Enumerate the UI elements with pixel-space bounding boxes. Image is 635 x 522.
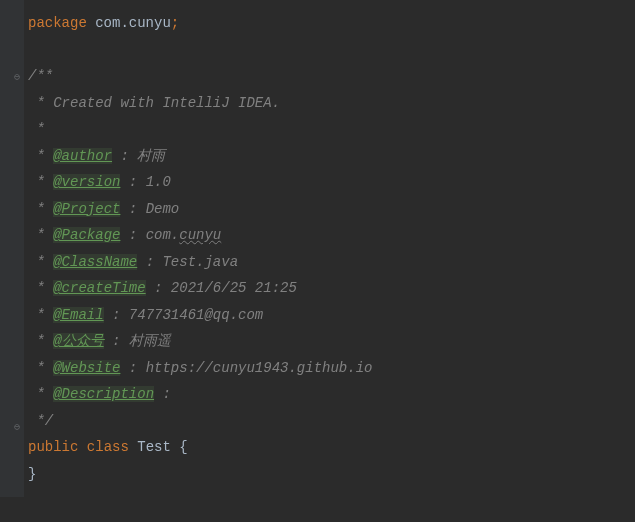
javadoc-tag-author: @author — [53, 148, 112, 164]
semicolon: ; — [171, 15, 179, 31]
code-line[interactable]: * @author : 村雨 — [28, 143, 635, 170]
keyword-public: public — [28, 439, 78, 455]
code-line[interactable]: * — [28, 116, 635, 143]
javadoc-value: : 747731461@qq.com — [104, 307, 264, 323]
javadoc-value: : com. — [120, 227, 179, 243]
javadoc-prefix: * — [28, 254, 53, 270]
javadoc-open: /** — [28, 68, 53, 84]
code-line[interactable]: * @Package : com.cunyu — [28, 222, 635, 249]
javadoc-tag-wechat: @公众号 — [53, 333, 103, 349]
javadoc-value: : Demo — [120, 201, 179, 217]
javadoc-prefix: * — [28, 280, 53, 296]
code-line[interactable]: * @公众号 : 村雨遥 — [28, 328, 635, 355]
javadoc-value: : 2021/6/25 21:25 — [146, 280, 297, 296]
code-line-empty[interactable] — [28, 37, 635, 64]
code-line[interactable]: * @Description : — [28, 381, 635, 408]
code-line[interactable]: /** — [28, 63, 635, 90]
javadoc-value: : — [154, 386, 171, 402]
javadoc-prefix: * — [28, 148, 53, 164]
javadoc-prefix: * — [28, 227, 53, 243]
code-line[interactable]: * @Project : Demo — [28, 196, 635, 223]
javadoc-tag-classname: @ClassName — [53, 254, 137, 270]
javadoc-tag-project: @Project — [53, 201, 120, 217]
editor-gutter: ⊖ ⊖ — [0, 0, 24, 497]
code-line[interactable]: * @ClassName : Test.java — [28, 249, 635, 276]
javadoc-prefix: * — [28, 201, 53, 217]
javadoc-prefix: * — [28, 174, 53, 190]
code-line[interactable]: * @createTime : 2021/6/25 21:25 — [28, 275, 635, 302]
keyword-package: package — [28, 15, 87, 31]
keyword-class: class — [87, 439, 129, 455]
javadoc-prefix: * — [28, 333, 53, 349]
javadoc-close: */ — [28, 413, 53, 429]
javadoc-value: : 村雨 — [112, 148, 165, 164]
javadoc-value: : Test.java — [137, 254, 238, 270]
javadoc-value: : 村雨遥 — [104, 333, 171, 349]
fold-icon[interactable]: ⊖ — [14, 418, 20, 437]
javadoc-star: * — [28, 121, 45, 137]
code-line[interactable]: package com.cunyu; — [28, 10, 635, 37]
javadoc-prefix: * — [28, 307, 53, 323]
javadoc-tag-email: @Email — [53, 307, 103, 323]
code-line[interactable]: */ — [28, 408, 635, 435]
javadoc-tag-createtime: @createTime — [53, 280, 145, 296]
code-line[interactable]: } — [28, 461, 635, 488]
open-brace: { — [171, 439, 188, 455]
code-line[interactable]: public class Test { — [28, 434, 635, 461]
javadoc-tag-version: @version — [53, 174, 120, 190]
close-brace: } — [28, 466, 36, 482]
javadoc-prefix: * — [28, 386, 53, 402]
package-path: com.cunyu — [87, 15, 171, 31]
javadoc-tag-website: @Website — [53, 360, 120, 376]
javadoc-value: : 1.0 — [120, 174, 170, 190]
code-editor[interactable]: ⊖ ⊖ package com.cunyu; /** * Created wit… — [0, 0, 635, 497]
class-identifier: Test — [137, 439, 171, 455]
javadoc-value: : https://cunyu1943.github.io — [120, 360, 372, 376]
fold-icon[interactable]: ⊖ — [14, 68, 20, 87]
javadoc-value-wavy: cunyu — [179, 227, 221, 243]
code-line[interactable]: * @Website : https://cunyu1943.github.io — [28, 355, 635, 382]
javadoc-text: * Created with IntelliJ IDEA. — [28, 95, 280, 111]
code-line[interactable]: * @version : 1.0 — [28, 169, 635, 196]
code-line[interactable]: * Created with IntelliJ IDEA. — [28, 90, 635, 117]
javadoc-prefix: * — [28, 360, 53, 376]
javadoc-tag-package: @Package — [53, 227, 120, 243]
javadoc-tag-description: @Description — [53, 386, 154, 402]
code-line[interactable]: * @Email : 747731461@qq.com — [28, 302, 635, 329]
